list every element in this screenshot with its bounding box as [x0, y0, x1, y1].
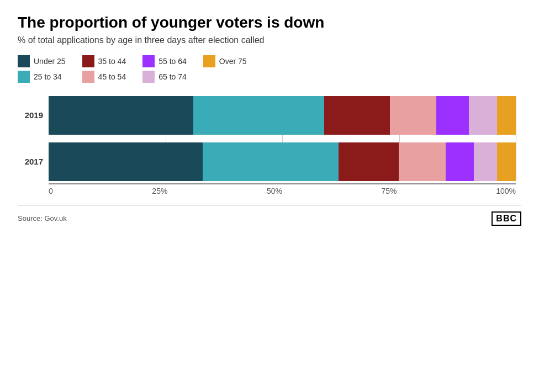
- bar-label-2017: 2017: [18, 157, 49, 166]
- x-axis-label: 0: [49, 187, 53, 195]
- source-text: Source: Gov.uk: [18, 214, 67, 223]
- bar-segment-age6574: [474, 142, 497, 181]
- bar-segment-age6574: [469, 96, 497, 135]
- bar-segment-under25: [49, 142, 203, 181]
- x-axis: 025%50%75%100%: [49, 187, 516, 195]
- legend: Under 2535 to 4455 to 64Over 7525 to 344…: [18, 55, 247, 83]
- legend-label-age4554: 45 to 54: [98, 72, 126, 81]
- legend-swatch-age3544: [82, 55, 94, 67]
- legend-item-age5564: 55 to 64: [142, 55, 187, 67]
- x-axis-label: 100%: [496, 187, 516, 195]
- legend-swatch-age4554: [82, 71, 94, 83]
- legend-swatch-age2534: [18, 71, 30, 83]
- chart-area: 2019 2017 025%50%75%100%: [18, 96, 521, 195]
- bar-segment-age2534: [203, 142, 338, 181]
- bar-segment-age5564: [436, 96, 469, 135]
- chart-title: The proportion of younger voters is down: [18, 13, 521, 32]
- bar-segment-over75: [497, 142, 516, 181]
- legend-label-age2534: 25 to 34: [34, 72, 62, 81]
- bar-segment-over75: [497, 96, 516, 135]
- legend-swatch-age5564: [142, 55, 155, 67]
- legend-item-age3544: 35 to 44: [82, 55, 126, 67]
- bar-segment-under25: [49, 96, 193, 135]
- bar-2017: [49, 142, 516, 181]
- bar-label-2019: 2019: [18, 110, 49, 120]
- legend-label-age3544: 35 to 44: [98, 57, 126, 66]
- legend-item-age2534: 25 to 34: [18, 71, 66, 83]
- x-axis-label: 25%: [152, 187, 167, 195]
- chart-subtitle: % of total applications by age in three …: [18, 35, 521, 45]
- bar-2019: [49, 96, 516, 135]
- x-axis-label: 75%: [382, 187, 397, 195]
- x-axis-label: 50%: [267, 187, 282, 195]
- legend-label-age5564: 55 to 64: [158, 57, 187, 66]
- bar-segment-age4554: [390, 96, 437, 135]
- legend-label-age6574: 65 to 74: [158, 72, 187, 81]
- bar-segment-age5564: [446, 142, 474, 181]
- footer: Source: Gov.uk BBC: [18, 205, 521, 226]
- bar-segment-age3544: [324, 96, 389, 135]
- legend-item-age6574: 65 to 74: [142, 71, 187, 83]
- legend-label-under25: Under 25: [34, 57, 66, 66]
- gridline: [516, 96, 516, 179]
- legend-label-over75: Over 75: [219, 57, 247, 66]
- legend-item-over75: Over 75: [203, 55, 247, 67]
- legend-swatch-under25: [18, 55, 30, 67]
- bar-segment-age3544: [339, 142, 399, 181]
- legend-swatch-over75: [203, 55, 215, 67]
- bbc-logo: BBC: [492, 211, 521, 226]
- legend-item-age4554: 45 to 54: [82, 71, 126, 83]
- legend-item-under25: Under 25: [18, 55, 66, 67]
- legend-swatch-age6574: [142, 71, 155, 83]
- bar-segment-age4554: [399, 142, 446, 181]
- bar-segment-age2534: [193, 96, 324, 135]
